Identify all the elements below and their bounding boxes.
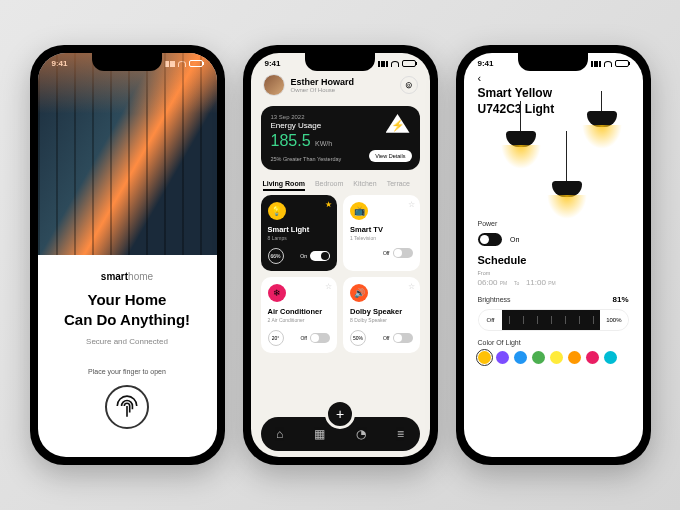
tab-kitchen[interactable]: Kitchen xyxy=(353,180,376,191)
device-state: Off xyxy=(383,250,390,256)
color-swatch[interactable] xyxy=(532,351,545,364)
nav-settings-icon[interactable]: ≡ xyxy=(397,427,404,441)
avatar[interactable] xyxy=(263,74,285,96)
device-grid: ★ 💡 Smart Light 8 Lamps 66% On ☆ 📺 Smart… xyxy=(251,195,430,353)
color-swatches xyxy=(478,351,629,364)
star-icon[interactable]: ★ xyxy=(325,200,332,209)
device-name: Smart Light xyxy=(268,225,331,234)
energy-card: ⚡ 13 Sep 2022 Energy Usage 185.5 KW/h 25… xyxy=(261,106,420,170)
hero-image: 9:41 xyxy=(38,53,217,255)
fingerprint-button[interactable] xyxy=(105,385,149,429)
user-name: Esther Howard xyxy=(291,77,355,87)
device-toggle[interactable] xyxy=(310,333,330,343)
device-value: 50% xyxy=(350,330,366,346)
nav-bell-icon[interactable]: ◔ xyxy=(356,427,366,441)
color-swatch[interactable] xyxy=(586,351,599,364)
device-toggle[interactable] xyxy=(393,333,413,343)
fingerprint-hint: Place your finger to open xyxy=(56,368,199,375)
user-role: Owner Of House xyxy=(291,87,355,93)
schedule-title: Schedule xyxy=(478,254,629,266)
energy-value: 185.5 KW/h xyxy=(271,132,410,150)
tab-bedroom[interactable]: Bedroom xyxy=(315,180,343,191)
tab-terrace[interactable]: Terrace xyxy=(387,180,410,191)
headline: Your HomeCan Do Anything! xyxy=(56,290,199,331)
power-state: On xyxy=(510,236,519,243)
device-name: Air Conditioner xyxy=(268,307,331,316)
color-swatch[interactable] xyxy=(478,351,491,364)
status-time: 9:41 xyxy=(478,59,494,68)
notch xyxy=(92,53,162,71)
view-details-button[interactable]: View Details xyxy=(369,150,411,162)
brand-logo: smarthome xyxy=(56,271,199,282)
device-state: Off xyxy=(383,335,390,341)
nav-grid-icon[interactable]: ▦ xyxy=(314,427,325,441)
color-swatch[interactable] xyxy=(550,351,563,364)
color-swatch[interactable] xyxy=(514,351,527,364)
notch xyxy=(305,53,375,71)
device-toggle[interactable] xyxy=(310,251,330,261)
energy-date: 13 Sep 2022 xyxy=(271,114,410,120)
star-icon[interactable]: ☆ xyxy=(408,200,415,209)
schedule-times[interactable]: 06:00 PM To 11:00 PM xyxy=(478,278,629,287)
device-sub: 1 Television xyxy=(350,235,413,241)
tab-living-room[interactable]: Living Room xyxy=(263,180,305,191)
device-name: Smart TV xyxy=(350,225,413,234)
status-icons xyxy=(591,60,629,67)
color-swatch[interactable] xyxy=(604,351,617,364)
brightness-label: Brightness xyxy=(478,296,511,303)
device-state: On xyxy=(300,253,307,259)
room-tabs: Living Room Bedroom Kitchen Terrace xyxy=(251,174,430,195)
device-state: Off xyxy=(300,335,307,341)
device-name: Dolby Speaker xyxy=(350,307,413,316)
phone-onboarding: 9:41 smarthome Your HomeCan Do Anything!… xyxy=(30,45,225,465)
fingerprint-icon xyxy=(114,394,140,420)
settings-button[interactable]: ⊚ xyxy=(400,76,418,94)
status-icons xyxy=(378,60,416,67)
device-toggle[interactable] xyxy=(393,248,413,258)
device-value: 20° xyxy=(268,330,284,346)
device-sub: 8 Lamps xyxy=(268,235,331,241)
notch xyxy=(518,53,588,71)
brightness-value: 81% xyxy=(612,295,628,304)
lamp-illustration xyxy=(464,121,643,216)
color-label: Color Of Light xyxy=(478,339,629,346)
schedule-from-label: From xyxy=(478,270,629,276)
power-toggle[interactable] xyxy=(478,233,502,246)
device-sub: 8 Dolby Speaker xyxy=(350,317,413,323)
device-card[interactable]: ★ 💡 Smart Light 8 Lamps 66% On xyxy=(261,195,338,271)
power-label: Power xyxy=(478,220,629,227)
device-icon: 🔊 xyxy=(350,284,368,302)
nav-home-icon[interactable]: ⌂ xyxy=(276,427,283,441)
add-device-button[interactable]: + xyxy=(325,399,355,429)
color-swatch[interactable] xyxy=(496,351,509,364)
device-card[interactable]: ☆ 🔊 Dolby Speaker 8 Dolby Speaker 50% Of… xyxy=(343,277,420,353)
brightness-slider[interactable]: Off 100% xyxy=(478,309,629,331)
phone-light-detail: 9:41 ‹ Smart YellowU742C3 Light Power On… xyxy=(456,45,651,465)
device-icon: 💡 xyxy=(268,202,286,220)
status-time: 9:41 xyxy=(52,59,68,68)
status-icons xyxy=(165,60,203,67)
device-card[interactable]: ☆ ❄ Air Conditioner 2 Air Conditioner 20… xyxy=(261,277,338,353)
device-value: 66% xyxy=(268,248,284,264)
device-icon: ❄ xyxy=(268,284,286,302)
device-sub: 2 Air Conditioner xyxy=(268,317,331,323)
star-icon[interactable]: ☆ xyxy=(408,282,415,291)
phone-dashboard: 9:41 Esther Howard Owner Of House ⊚ ⚡ 13… xyxy=(243,45,438,465)
status-time: 9:41 xyxy=(265,59,281,68)
back-button[interactable]: ‹ xyxy=(464,70,643,86)
star-icon[interactable]: ☆ xyxy=(325,282,332,291)
color-swatch[interactable] xyxy=(568,351,581,364)
device-icon: 📺 xyxy=(350,202,368,220)
device-card[interactable]: ☆ 📺 Smart TV 1 Television Off xyxy=(343,195,420,271)
subtitle: Secure and Connected xyxy=(56,337,199,346)
